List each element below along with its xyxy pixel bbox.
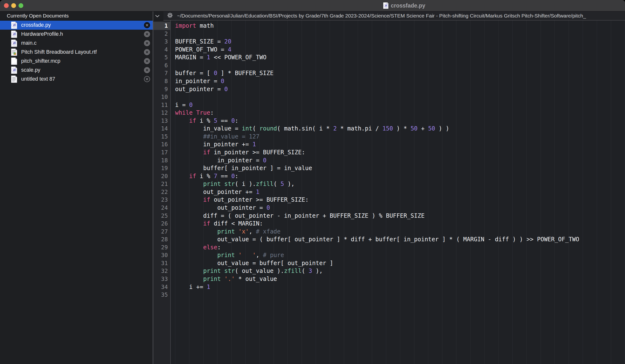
code-line[interactable] bbox=[175, 93, 625, 101]
line-number: 12 bbox=[153, 109, 170, 117]
line-number: 32 bbox=[153, 267, 170, 275]
code-area[interactable]: import mathBUFFER_SIZE = 20POWER_OF_TWO … bbox=[171, 20, 625, 364]
list-item[interactable]: Pitch Shift Breadboard Layout.rtf bbox=[0, 48, 153, 56]
close-icon[interactable] bbox=[144, 49, 150, 55]
code-line[interactable]: out_pointer = 0 bbox=[175, 204, 625, 212]
code-line[interactable]: in_value = int( round( math.sin( i * 2 *… bbox=[175, 125, 625, 133]
code-line[interactable]: in_pointer += 1 bbox=[175, 140, 625, 148]
code-line[interactable]: if out_pointer >= BUFFER_SIZE: bbox=[175, 196, 625, 204]
code-line[interactable]: else: bbox=[175, 244, 625, 252]
code-line[interactable]: in_pointer = 0 bbox=[175, 157, 625, 165]
plain-file-icon bbox=[11, 57, 17, 65]
close-icon[interactable] bbox=[144, 40, 150, 46]
list-item[interactable]: Bmain.c bbox=[0, 39, 153, 48]
close-icon[interactable] bbox=[144, 76, 150, 82]
file-name: pitch_shifter.mcp bbox=[21, 58, 60, 64]
minimize-window-button[interactable] bbox=[11, 3, 16, 8]
gear-icon[interactable] bbox=[167, 12, 173, 20]
close-icon[interactable] bbox=[144, 31, 150, 37]
code-line[interactable]: if i % 7 == 0: bbox=[175, 172, 625, 180]
code-line[interactable]: out_value = buffer[ out_pointer ] bbox=[175, 259, 625, 267]
line-number: 21 bbox=[153, 180, 170, 188]
line-number: 18 bbox=[153, 157, 170, 165]
code-line[interactable]: if in_pointer >= BUFFER_SIZE: bbox=[175, 148, 625, 157]
code-line[interactable]: BUFFER_SIZE = 20 bbox=[175, 38, 625, 46]
code-line[interactable]: in_pointer = 0 bbox=[175, 77, 625, 85]
list-item[interactable]: pitch_shifter.mcp bbox=[0, 56, 153, 66]
list-item[interactable]: BHardwareProfile.h bbox=[0, 30, 153, 39]
code-line[interactable] bbox=[175, 291, 625, 299]
line-number: 24 bbox=[153, 204, 170, 212]
list-item[interactable]: Bcrossfade.py bbox=[0, 21, 153, 30]
line-number: 28 bbox=[153, 235, 170, 244]
file-name: untitled text 87 bbox=[21, 76, 55, 82]
list-item[interactable]: Bscale.py bbox=[0, 66, 153, 75]
line-number: 19 bbox=[153, 164, 170, 172]
line-number: 35 bbox=[153, 291, 170, 299]
code-line[interactable]: out_value = ( buffer[ out_pointer ] * di… bbox=[175, 235, 625, 244]
code-line[interactable]: import math bbox=[175, 22, 625, 30]
code-line[interactable]: buffer = [ 0 ] * BUFFER_SIZE bbox=[175, 69, 625, 77]
open-documents-list: Bcrossfade.pyBHardwareProfile.hBmain.cPi… bbox=[0, 21, 153, 364]
chevron-down-icon[interactable] bbox=[155, 13, 159, 19]
line-number: 29 bbox=[153, 244, 170, 252]
code-line[interactable] bbox=[175, 61, 625, 69]
code-line[interactable]: print str( i ).zfill( 5 ), bbox=[175, 180, 625, 188]
code-line[interactable]: ##in_value = 127 bbox=[175, 133, 625, 141]
code-text[interactable]: import mathBUFFER_SIZE = 20POWER_OF_TWO … bbox=[171, 20, 625, 299]
file-path-text: ~/Documents/Personal/Julian/Education/BS… bbox=[177, 13, 586, 19]
line-number: 27 bbox=[153, 228, 170, 236]
header-row: Currently Open Documents ~/Docu bbox=[0, 11, 625, 20]
line-number: 20 bbox=[153, 172, 170, 180]
file-path-bar[interactable]: ~/Documents/Personal/Julian/Education/BS… bbox=[163, 11, 625, 20]
sidebar-editor-divider[interactable] bbox=[153, 11, 153, 364]
code-line[interactable]: diff = ( out_pointer - in_pointer + BUFF… bbox=[175, 212, 625, 220]
code-line[interactable] bbox=[175, 30, 625, 38]
line-number: 33 bbox=[153, 275, 170, 283]
close-window-button[interactable] bbox=[4, 3, 9, 8]
line-number: 23 bbox=[153, 196, 170, 204]
code-line[interactable]: i += 1 bbox=[175, 283, 625, 291]
sidebar-header-menu[interactable]: Currently Open Documents bbox=[0, 11, 163, 20]
line-number: 17 bbox=[153, 148, 170, 157]
file-name: main.c bbox=[21, 40, 36, 46]
code-line[interactable]: out_pointer = 0 bbox=[175, 85, 625, 93]
code-line[interactable]: i = 0 bbox=[175, 101, 625, 109]
code-line[interactable]: if i % 5 == 0: bbox=[175, 117, 625, 125]
code-line[interactable]: out_pointer += 1 bbox=[175, 188, 625, 196]
text-file-icon bbox=[11, 76, 17, 83]
code-line[interactable]: print 'x', # xfade bbox=[175, 228, 625, 236]
bbedit-file-icon: B bbox=[11, 22, 17, 29]
line-number: 9 bbox=[153, 85, 170, 93]
line-number: 16 bbox=[153, 140, 170, 148]
window-title-group: B crossfade.py bbox=[383, 0, 425, 11]
bbedit-file-icon: B bbox=[11, 67, 17, 74]
sidebar-header-label: Currently Open Documents bbox=[7, 13, 155, 19]
close-icon[interactable] bbox=[144, 22, 150, 28]
file-name: Pitch Shift Breadboard Layout.rtf bbox=[21, 49, 97, 55]
code-line[interactable]: print ' ', # pure bbox=[175, 251, 625, 259]
code-line[interactable]: print '.' * out_value bbox=[175, 275, 625, 283]
bbedit-file-icon: B bbox=[11, 40, 17, 47]
code-line[interactable]: MARGIN = 1 << POWER_OF_TWO bbox=[175, 54, 625, 61]
file-name: scale.py bbox=[21, 67, 40, 73]
line-number: 1 bbox=[153, 22, 170, 30]
code-line[interactable]: if diff < MARGIN: bbox=[175, 220, 625, 228]
list-item[interactable]: untitled text 87 bbox=[0, 75, 153, 84]
close-icon[interactable] bbox=[144, 58, 150, 64]
close-icon[interactable] bbox=[144, 67, 150, 73]
code-line[interactable]: while True: bbox=[175, 109, 625, 117]
title-bar: B crossfade.py bbox=[0, 0, 625, 11]
code-line[interactable]: print str( out_value ).zfill( 3 ), bbox=[175, 267, 625, 275]
code-line[interactable]: buffer[ in_pointer ] = in_value bbox=[175, 164, 625, 172]
line-number: 34 bbox=[153, 283, 170, 291]
line-number: 10 bbox=[153, 93, 170, 101]
line-number: 8 bbox=[153, 77, 170, 85]
line-number: 22 bbox=[153, 188, 170, 196]
bbedit-document-icon: B bbox=[383, 2, 388, 9]
line-number: 4 bbox=[153, 46, 170, 54]
code-line[interactable]: POWER_OF_TWO = 4 bbox=[175, 46, 625, 54]
line-number: 31 bbox=[153, 259, 170, 267]
zoom-window-button[interactable] bbox=[19, 3, 23, 8]
app-window: B crossfade.py Currently Open Documents bbox=[0, 0, 625, 364]
